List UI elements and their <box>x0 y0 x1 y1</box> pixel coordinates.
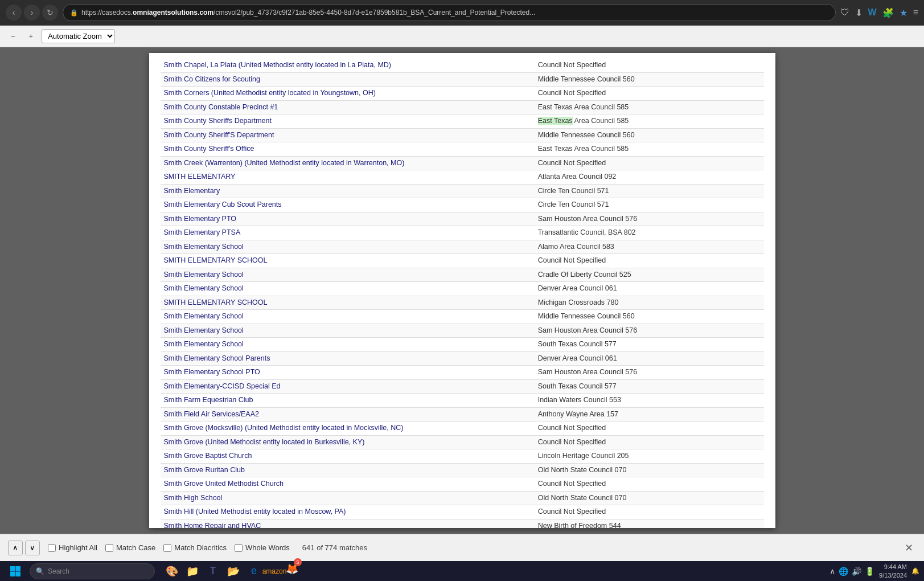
council-name: Council Not Specified <box>535 254 764 268</box>
organization-name: Smith Chapel, La Plata (United Methodist… <box>161 59 535 72</box>
match-diacritics-label[interactable]: Match Diacritics <box>163 543 227 552</box>
highlight-all-label[interactable]: Highlight All <box>48 543 97 552</box>
windows-logo-icon <box>10 566 21 577</box>
organization-name: Smith Hill (United Methodist entity loca… <box>161 505 535 519</box>
table-row: Smith Elementary SchoolAlamo Area Counci… <box>161 240 764 254</box>
zoom-select[interactable]: Automatic Zoom <box>42 29 115 43</box>
pdf-toolbar: − + Automatic Zoom <box>0 26 924 47</box>
browser-icons: 🛡 ⬇ W 🧩 ★ ≡ <box>840 7 918 18</box>
url-bar[interactable]: 🔒 https://casedocs.omniagentsolutions.co… <box>63 4 836 21</box>
organization-name: Smith Farm Equestrian Club <box>161 394 535 408</box>
find-prev-button[interactable]: ∧ <box>8 541 23 555</box>
svg-rect-1 <box>16 566 21 571</box>
organization-name: Smith Elementary School <box>161 268 535 282</box>
council-name: East Texas Area Council 585 <box>535 142 764 157</box>
whole-words-checkbox[interactable] <box>235 544 243 552</box>
taskbar-datetime: 9:44 AM 9/13/2024 <box>879 563 907 579</box>
svg-rect-3 <box>16 571 21 576</box>
forward-button[interactable]: › <box>24 5 40 21</box>
match-diacritics-checkbox[interactable] <box>163 544 171 552</box>
council-name: Sam Houston Area Council 576 <box>535 366 764 380</box>
table-row: Smith Grove United Methodist ChurchCounc… <box>161 477 764 492</box>
organization-name: Smith Grove United Methodist Church <box>161 477 535 492</box>
taskbar-app-teams[interactable]: T <box>204 563 222 580</box>
clock-time: 9:44 AM <box>879 563 907 571</box>
table-row: Smith Elementary PTSATransatlantic Counc… <box>161 226 764 240</box>
organization-name: Smith Grove Baptist Church <box>161 449 535 464</box>
url-text: https://casedocs.omniagentsolutions.com/… <box>81 9 535 17</box>
council-name: Council Not Specified <box>535 59 764 72</box>
volume-icon[interactable]: 🔊 <box>852 567 861 576</box>
word-icon: W <box>868 7 877 18</box>
match-case-checkbox[interactable] <box>105 544 113 552</box>
organization-name: Smith County Sheriff'S Department <box>161 128 535 142</box>
back-button[interactable]: ‹ <box>6 5 22 21</box>
council-name: South Texas Council 577 <box>535 379 764 394</box>
organization-name: Smith Co Citizens for Scouting <box>161 72 535 87</box>
highlight-all-checkbox[interactable] <box>48 544 56 552</box>
council-name: Indian Waters Council 553 <box>535 394 764 408</box>
extensions-icon[interactable]: 🧩 <box>882 7 894 18</box>
colorful-app-1-icon: 🎨 <box>166 565 178 578</box>
council-name: Circle Ten Council 571 <box>535 184 764 198</box>
taskbar: 🔍 Search 🎨 📁 T 📂 e amazon 🦊 5 ∧ 🌐 🔊 <box>0 561 924 581</box>
taskbar-app-folder[interactable]: 📂 <box>224 563 243 580</box>
refresh-button[interactable]: ↻ <box>42 5 58 21</box>
chevron-up-icon[interactable]: ∧ <box>829 567 835 576</box>
organization-name: Smith Elementary <box>161 184 535 198</box>
match-case-text: Match Case <box>116 543 155 552</box>
table-row: Smith County Sheriffs DepartmentEast Tex… <box>161 114 764 129</box>
table-row: SMITH ELEMENTARYAtlanta Area Council 092 <box>161 170 764 185</box>
organization-name: Smith Elementary PTO <box>161 212 535 226</box>
match-case-label[interactable]: Match Case <box>105 543 155 552</box>
start-button[interactable] <box>5 563 26 580</box>
table-row: Smith ElementaryCircle Ten Council 571 <box>161 184 764 198</box>
table-row: Smith County Sheriff'S DepartmentMiddle … <box>161 128 764 142</box>
organization-name: Smith Elementary-CCISD Special Ed <box>161 379 535 394</box>
find-next-button[interactable]: ∨ <box>25 541 40 555</box>
taskbar-app-firefox[interactable]: 🦊 5 <box>286 563 306 580</box>
table-row: Smith Elementary SchoolCradle Of Liberty… <box>161 268 764 282</box>
taskbar-right: ∧ 🌐 🔊 🔋 9:44 AM 9/13/2024 🔔 <box>829 563 919 579</box>
council-name: East Texas Area Council 585 <box>535 100 764 114</box>
table-row: Smith Grove (Mocksville) (United Methodi… <box>161 422 764 436</box>
zoom-out-button[interactable]: − <box>6 30 20 43</box>
amazon-icon: amazon <box>262 567 287 575</box>
table-row: Smith County Constable Precinct #1East T… <box>161 100 764 114</box>
bookmark-icon[interactable]: ★ <box>900 7 907 18</box>
whole-words-label[interactable]: Whole Words <box>235 543 290 552</box>
browser-chrome: ‹ › ↻ 🔒 https://casedocs.omniagentsoluti… <box>0 0 924 26</box>
taskbar-search[interactable]: 🔍 Search <box>30 563 155 579</box>
table-row: Smith Elementary SchoolDenver Area Counc… <box>161 282 764 296</box>
council-name: Sam Houston Area Council 576 <box>535 324 764 338</box>
council-name: Denver Area Council 061 <box>535 351 764 366</box>
council-name: New Birth of Freedom 544 <box>535 519 764 528</box>
zoom-in-button[interactable]: + <box>24 30 39 43</box>
taskbar-app-icons[interactable]: 🎨 <box>163 563 181 580</box>
taskbar-app-amazon[interactable]: amazon <box>265 563 284 580</box>
council-name: Council Not Specified <box>535 435 764 449</box>
table-row: SMITH ELEMENTARY SCHOOLMichigan Crossroa… <box>161 296 764 310</box>
table-row: Smith Elementary-CCISD Special EdSouth T… <box>161 379 764 394</box>
organization-name: Smith Grove (United Methodist entity loc… <box>161 435 535 449</box>
council-name: Anthony Wayne Area 157 <box>535 407 764 422</box>
organization-name: Smith Elementary School <box>161 338 535 352</box>
taskbar-app-edge[interactable]: e <box>245 563 263 580</box>
notification-icon[interactable]: 🔔 <box>911 567 919 575</box>
table-row: Smith High SchoolOld North State Council… <box>161 491 764 505</box>
table-row: Smith Elementary SchoolSouth Texas Counc… <box>161 338 764 352</box>
table-row: Smith Grove (United Methodist entity loc… <box>161 435 764 449</box>
organization-name: Smith Creek (Warrenton) (United Methodis… <box>161 156 535 170</box>
taskbar-app-file[interactable]: 📁 <box>183 563 202 580</box>
council-name: Middle Tennessee Council 560 <box>535 310 764 324</box>
council-name: East Texas Area Council 585 <box>535 114 764 129</box>
find-close-button[interactable]: ✕ <box>901 541 916 555</box>
matches-count: 641 of 774 matches <box>302 543 367 552</box>
table-row: Smith Creek (Warrenton) (United Methodis… <box>161 156 764 170</box>
council-name: Denver Area Council 061 <box>535 282 764 296</box>
download-icon[interactable]: ⬇ <box>855 7 863 18</box>
council-name: Old North State Council 070 <box>535 463 764 477</box>
table-row: Smith Corners (United Methodist entity l… <box>161 87 764 101</box>
menu-icon[interactable]: ≡ <box>913 7 918 18</box>
match-diacritics-text: Match Diacritics <box>174 543 227 552</box>
